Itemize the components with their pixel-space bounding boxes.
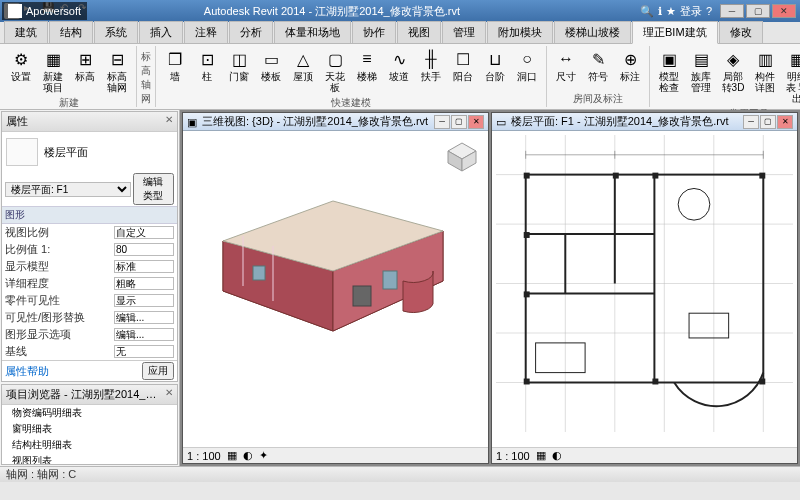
property-value-input[interactable] xyxy=(114,277,174,290)
ribbon-tool-button[interactable]: ∿坡道 xyxy=(384,46,414,84)
property-value-input[interactable] xyxy=(114,243,174,256)
ribbon-tool-button[interactable]: ⊕标注 xyxy=(615,46,645,84)
ribbon-tool-button[interactable]: ◈局部 转3D xyxy=(718,46,748,95)
properties-title: 属性 xyxy=(6,114,28,129)
ribbon-tool-button[interactable]: ⊡柱 xyxy=(192,46,222,84)
ribbon-tab[interactable]: 管理 xyxy=(442,21,486,43)
vp-tool-icon[interactable]: ✦ xyxy=(259,449,268,462)
properties-help-link[interactable]: 属性帮助 xyxy=(5,364,142,379)
ribbon-tool-button[interactable]: ▭楼板 xyxy=(256,46,286,84)
scale-display[interactable]: 1 : 100 xyxy=(187,450,221,462)
vp-tool-icon[interactable]: ▦ xyxy=(227,449,237,462)
ribbon-tab[interactable]: 协作 xyxy=(352,21,396,43)
tool-icon: ⊟ xyxy=(106,48,128,70)
property-row: 零件可见性 xyxy=(2,292,177,309)
edit-type-button[interactable]: 编辑类型 xyxy=(133,173,174,205)
svg-rect-30 xyxy=(613,173,619,179)
ribbon-tab[interactable]: 楼梯山坡楼 xyxy=(554,21,631,43)
scale-display[interactable]: 1 : 100 xyxy=(496,450,530,462)
ribbon-tool-button[interactable]: ╫扶手 xyxy=(416,46,446,84)
viewcube[interactable] xyxy=(444,139,480,175)
ribbon-tab[interactable]: 视图 xyxy=(397,21,441,43)
property-value-input[interactable] xyxy=(114,311,174,324)
ribbon-tool-button[interactable]: ⚙设置 xyxy=(6,46,36,84)
viewport-3d-canvas[interactable] xyxy=(183,131,488,447)
apply-button[interactable]: 应用 xyxy=(142,362,174,380)
vp-maximize-button[interactable]: ▢ xyxy=(760,115,776,129)
favorite-icon[interactable]: ★ xyxy=(666,5,676,18)
help-icon[interactable]: ? xyxy=(706,5,712,17)
vp-close-button[interactable]: ✕ xyxy=(777,115,793,129)
ribbon-tool-button[interactable]: ▦新建 项目 xyxy=(38,46,68,95)
ribbon-tab[interactable]: 建筑 xyxy=(4,21,48,43)
property-value-input[interactable] xyxy=(114,226,174,239)
ribbon-tool-button[interactable]: ▣模型 检查 xyxy=(654,46,684,95)
house-3d-model xyxy=(203,171,463,351)
tool-label: 明细表 导出 xyxy=(784,71,800,104)
ribbon-tab[interactable]: 体量和场地 xyxy=(274,21,351,43)
ribbon-tool-button[interactable]: ▤族库 管理 xyxy=(686,46,716,95)
property-row: 视图比例 xyxy=(2,224,177,241)
browser-item[interactable]: 结构柱明细表 xyxy=(2,437,177,453)
browser-item[interactable]: 视图列表 xyxy=(2,453,177,465)
ribbon-tab[interactable]: 注释 xyxy=(184,21,228,43)
tool-label: 天花板 xyxy=(322,71,348,93)
login-link[interactable]: 登录 xyxy=(680,4,702,19)
browser-item[interactable]: 窗明细表 xyxy=(2,421,177,437)
property-value-input[interactable] xyxy=(114,328,174,341)
vp-tool-icon[interactable]: ◐ xyxy=(552,449,562,462)
ribbon-tool-button[interactable]: ◫门窗 xyxy=(224,46,254,84)
close-button[interactable]: ✕ xyxy=(772,4,796,18)
ribbon-tool-button[interactable]: ⊞标高 xyxy=(70,46,100,84)
view3d-icon: ▣ xyxy=(187,116,199,128)
property-row: 基线 xyxy=(2,343,177,360)
ribbon-tool-button[interactable]: ↔尺寸 xyxy=(551,46,581,84)
ribbon-tool-button[interactable]: ▢天花板 xyxy=(320,46,350,95)
maximize-button[interactable]: ▢ xyxy=(746,4,770,18)
tool-icon: ⊕ xyxy=(619,48,641,70)
vp-close-button[interactable]: ✕ xyxy=(468,115,484,129)
viewport-plan-canvas[interactable] xyxy=(492,131,797,447)
vp-minimize-button[interactable]: ─ xyxy=(743,115,759,129)
ribbon-tool-button[interactable]: ❐墙 xyxy=(160,46,190,84)
ribbon-tool-button[interactable]: ≡楼梯 xyxy=(352,46,382,84)
info-icon[interactable]: ℹ xyxy=(658,5,662,18)
minimize-button[interactable]: ─ xyxy=(720,4,744,18)
properties-close-icon[interactable]: ✕ xyxy=(165,114,173,129)
ribbon-tab[interactable]: 分析 xyxy=(229,21,273,43)
ribbon-tab[interactable]: 结构 xyxy=(49,21,93,43)
ribbon-tab[interactable]: 系统 xyxy=(94,21,138,43)
ribbon-tool-button[interactable]: ○洞口 xyxy=(512,46,542,84)
svg-rect-6 xyxy=(353,286,371,306)
vp-tool-icon[interactable]: ▦ xyxy=(536,449,546,462)
tool-icon: △ xyxy=(292,48,314,70)
ribbon-tab[interactable]: 附加模块 xyxy=(487,21,553,43)
property-value-input[interactable] xyxy=(114,260,174,273)
instance-selector[interactable]: 楼层平面: F1 xyxy=(5,182,131,197)
ribbon-tool-button[interactable]: ▥构件 详图 xyxy=(750,46,780,95)
ribbon-tab[interactable]: 修改 xyxy=(719,21,763,43)
ribbon-tool-button[interactable]: ☐阳台 xyxy=(448,46,478,84)
ribbon-tool-button[interactable]: ⊟标高 轴网 xyxy=(102,46,132,95)
search-help[interactable]: 🔍 ℹ ★ 登录 ? xyxy=(640,4,712,19)
ribbon-tab[interactable]: 插入 xyxy=(139,21,183,43)
vp-tool-icon[interactable]: ◐ xyxy=(243,449,253,462)
browser-close-icon[interactable]: ✕ xyxy=(165,387,173,402)
tool-icon: ▣ xyxy=(658,48,680,70)
props-section-graphics: 图形 xyxy=(2,206,177,224)
vp-minimize-button[interactable]: ─ xyxy=(434,115,450,129)
ribbon-tab[interactable]: 理正BIM建筑 xyxy=(632,21,718,44)
tool-label: 标高 轴网 xyxy=(104,71,130,93)
vp-maximize-button[interactable]: ▢ xyxy=(451,115,467,129)
ribbon-tool-button[interactable]: ✎符号 xyxy=(583,46,613,84)
property-row: 详细程度 xyxy=(2,275,177,292)
ribbon-tool-button[interactable]: ⊔台阶 xyxy=(480,46,510,84)
ribbon-tool-button[interactable]: △屋顶 xyxy=(288,46,318,84)
property-value-input[interactable] xyxy=(114,294,174,307)
svg-rect-34 xyxy=(524,291,530,297)
property-key: 视图比例 xyxy=(5,225,114,240)
search-icon[interactable]: 🔍 xyxy=(640,5,654,18)
ribbon-tool-button[interactable]: ▦明细表 导出 xyxy=(782,46,800,106)
browser-item[interactable]: 物资编码明细表 xyxy=(2,405,177,421)
property-value-input[interactable] xyxy=(114,345,174,358)
